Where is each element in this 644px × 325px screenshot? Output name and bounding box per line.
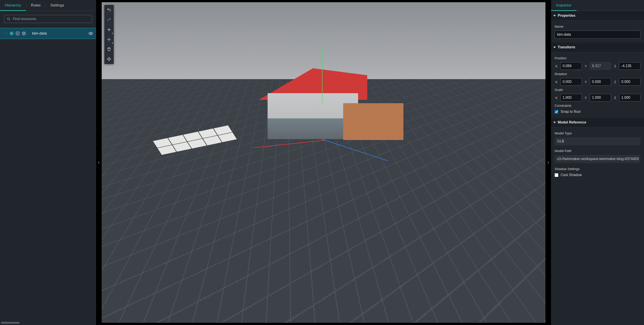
gizmo-neg-y-dot[interactable] xyxy=(528,314,532,319)
input-position-y xyxy=(590,62,611,70)
gizmo-neg-x-dot[interactable] xyxy=(520,310,524,314)
gizmo-y-dot[interactable]: Y xyxy=(528,298,532,303)
svg-point-6 xyxy=(90,33,92,34)
gizmo-y-axis[interactable] xyxy=(322,45,322,104)
house-side xyxy=(343,103,404,140)
section-title-properties: Properties xyxy=(558,14,575,18)
svg-point-9 xyxy=(108,39,110,40)
caret-down-icon xyxy=(553,122,556,123)
section-header-properties[interactable]: Properties xyxy=(551,11,644,20)
input-rotation-x[interactable] xyxy=(560,78,582,86)
tab-inspector[interactable]: Inspector xyxy=(551,0,576,11)
label-shadow-settings: Shadow Settings xyxy=(554,167,640,171)
section-body-model-reference: Model Type GLB Model Path s3://twinmaker… xyxy=(551,127,644,181)
stats-vertices: Vertices : 359,011 xyxy=(112,302,140,309)
viewport-toolbar xyxy=(104,5,114,64)
input-name[interactable] xyxy=(554,30,640,38)
gizmo-neg-z-dot[interactable] xyxy=(521,304,526,309)
selection-radio[interactable] xyxy=(10,32,14,35)
label-scale: Scale xyxy=(554,88,640,92)
input-scale-y[interactable] xyxy=(590,94,611,102)
tab-hierarchy[interactable]: Hierarchy xyxy=(0,0,26,11)
move-button[interactable] xyxy=(104,54,114,64)
stats-title: Scene Statistics xyxy=(112,295,140,302)
left-tabs: Hierarchy Rules Settings xyxy=(0,0,96,11)
tab-rules[interactable]: Rules xyxy=(26,0,46,11)
value-model-path: s3://twinmaker-workspace-twinmaker-blog-… xyxy=(554,155,640,163)
hierarchy-item-label: bim-data xyxy=(32,31,86,36)
section-body-transform: Position X Y Z Rotation X Y Z Scale X Y … xyxy=(551,52,644,118)
label-model-type: Model Type xyxy=(554,131,640,135)
section-title-transform: Transform xyxy=(558,45,575,49)
search-input[interactable] xyxy=(13,17,89,21)
svg-point-0 xyxy=(7,18,9,20)
cast-shadow-row: Cast Shadow xyxy=(554,173,640,177)
gizmo-x-dot[interactable]: X xyxy=(535,305,539,310)
caret-down-icon xyxy=(553,15,556,16)
tab-settings[interactable]: Settings xyxy=(46,0,69,11)
label-rotation: Rotation xyxy=(554,72,640,76)
search-box[interactable] xyxy=(4,15,92,23)
gizmo-z-dot[interactable]: Z xyxy=(534,311,538,315)
rotation-row: X Y Z xyxy=(554,78,640,86)
hierarchy-item-bim-data[interactable]: ⋮⋮ bim-data xyxy=(0,28,96,39)
model-icon xyxy=(22,32,26,36)
delete-button[interactable] xyxy=(104,44,114,54)
label-model-path: Model Path xyxy=(554,149,640,153)
input-position-z[interactable] xyxy=(619,62,640,70)
viewport-container: ‹ xyxy=(96,0,551,325)
orientation-gizmo[interactable]: Y X Z xyxy=(520,298,540,318)
collapse-left-icon[interactable]: ‹ xyxy=(96,0,101,325)
section-body-properties: Name xyxy=(551,20,644,42)
collapse-right-icon[interactable]: › xyxy=(546,0,551,325)
scene-stats: Scene Statistics Vertices : 359,011 Tria… xyxy=(108,292,144,318)
label-constraints: Constraints xyxy=(554,104,640,108)
stats-triangles: Triangles : 413,860 xyxy=(112,309,140,316)
input-scale-x[interactable] xyxy=(560,94,582,102)
redo-button[interactable] xyxy=(104,15,114,24)
svg-line-1 xyxy=(9,20,10,20)
house-model xyxy=(253,60,404,143)
label-cast-shadow: Cast Shadow xyxy=(560,173,582,177)
input-position-x[interactable] xyxy=(560,62,582,70)
value-model-type: GLB xyxy=(554,137,640,145)
inspector-panel: Inspector Properties Name Transform Posi… xyxy=(551,0,644,325)
transform-button[interactable] xyxy=(104,34,114,44)
checkbox-snap-to-floor[interactable] xyxy=(554,110,558,114)
3d-viewport[interactable]: Scene Statistics Vertices : 359,011 Tria… xyxy=(101,2,546,323)
search-icon xyxy=(7,17,10,21)
expand-icon[interactable] xyxy=(16,32,20,36)
input-scale-z[interactable] xyxy=(619,94,640,102)
label-snap-to-floor: Snap to floor xyxy=(560,110,581,114)
snap-to-floor-row: Snap to floor xyxy=(554,110,640,114)
checkbox-cast-shadow[interactable] xyxy=(554,173,558,177)
visibility-toggle-icon[interactable] xyxy=(88,31,93,36)
add-button[interactable] xyxy=(104,25,114,34)
section-header-model-reference[interactable]: Model Reference xyxy=(551,118,644,127)
inspector-tabs: Inspector xyxy=(551,0,644,11)
label-position: Position xyxy=(554,56,640,60)
input-rotation-z[interactable] xyxy=(619,78,640,86)
label-name: Name xyxy=(554,24,640,28)
input-rotation-y[interactable] xyxy=(590,78,611,86)
undo-button[interactable] xyxy=(104,5,114,15)
section-title-model-reference: Model Reference xyxy=(558,120,586,124)
horizontal-scrollbar[interactable] xyxy=(1,322,20,324)
section-header-transform[interactable]: Transform xyxy=(551,42,644,52)
left-panel: Hierarchy Rules Settings ⋮⋮ bim-data xyxy=(0,0,96,325)
position-row: X Y Z xyxy=(554,62,640,70)
scale-row: X Y Z xyxy=(554,94,640,102)
caret-down-icon xyxy=(553,46,556,48)
drag-handle-icon[interactable]: ⋮⋮ xyxy=(3,32,8,35)
